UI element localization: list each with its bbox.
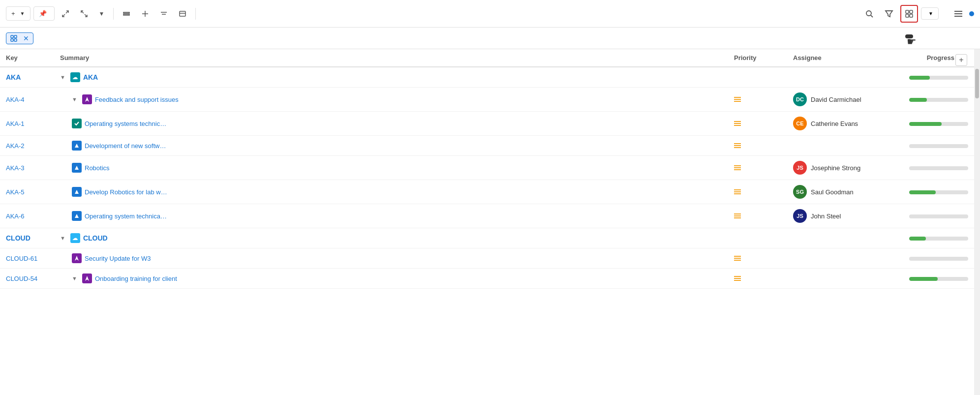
row-summary: ▼Feedback and support issues	[54, 88, 728, 112]
row-priority	[728, 204, 787, 228]
issue-type-icon	[72, 211, 82, 221]
row-progress	[895, 180, 974, 204]
table-row[interactable]: AKA-5Develop Robotics for lab w…SGSaul G…	[0, 180, 974, 204]
svg-marker-23	[85, 97, 89, 102]
notification-dot	[969, 11, 974, 16]
table-body: AKA▼☁AKAAKA-4▼Feedback and support issue…	[0, 67, 974, 289]
row-progress	[895, 204, 974, 228]
assignee-name: Catherine Evans	[811, 120, 858, 127]
table-head: Key Summary Priority Assignee Progress	[0, 49, 974, 67]
group-row[interactable]: CLOUD▼☁CLOUD	[0, 228, 974, 248]
row-key[interactable]: AKA-2	[0, 136, 54, 156]
filter-chip-by-project[interactable]: ✕	[6, 32, 33, 44]
row-priority	[728, 248, 787, 269]
row-key: AKA	[0, 67, 54, 88]
layout-button-3[interactable]	[156, 7, 172, 21]
filter-add-button[interactable]	[36, 31, 50, 45]
scrollbar-thumb[interactable]	[975, 69, 979, 98]
row-summary-text: CLOUD	[83, 234, 108, 242]
row-assignee	[787, 67, 895, 88]
group-row[interactable]: AKA▼☁AKA	[0, 67, 974, 88]
more-button[interactable]	[201, 11, 209, 17]
table-row[interactable]: AKA-4▼Feedback and support issuesDCDavid…	[0, 88, 974, 112]
priority-medium-icon	[734, 256, 781, 261]
table-row[interactable]: AKA-3RoboticsJSJosephine Strong	[0, 156, 974, 180]
row-key[interactable]: AKA-1	[0, 112, 54, 136]
filter-chip-close[interactable]: ✕	[23, 35, 29, 42]
svg-rect-18	[910, 14, 913, 17]
expand-button[interactable]	[58, 7, 73, 21]
chevron-down-button[interactable]: ▼	[95, 7, 109, 20]
row-progress	[895, 136, 974, 156]
collapse-arrow[interactable]: ▼	[72, 96, 77, 102]
bars-icon	[952, 9, 964, 19]
triage-button[interactable]	[942, 11, 949, 17]
row-key[interactable]: CLOUD-54	[0, 269, 54, 289]
row-assignee	[787, 136, 895, 156]
table-header-wrap: + Key Summary Priority Assignee Progress…	[0, 49, 974, 289]
svg-rect-4	[123, 12, 129, 13]
table-row[interactable]: CLOUD-54▼Onboarding training for client	[0, 269, 974, 289]
layout-button-2[interactable]	[137, 7, 153, 21]
row-assignee	[787, 228, 895, 248]
scrollbar-track[interactable]	[974, 49, 980, 395]
row-summary-text[interactable]: Onboarding training for client	[95, 275, 177, 282]
group-tooltip	[905, 34, 913, 38]
row-summary-text[interactable]: Feedback and support issues	[95, 96, 179, 103]
row-summary: Security Update for W3	[54, 248, 728, 269]
row-assignee: JSJosephine Strong	[787, 156, 895, 180]
issue-type-icon: ☁	[70, 72, 80, 82]
row-key[interactable]: CLOUD-61	[0, 248, 54, 269]
row-key[interactable]: AKA-4	[0, 88, 54, 112]
priority-medium-icon	[734, 189, 781, 194]
avatar: SG	[793, 185, 807, 199]
row-priority	[728, 156, 787, 180]
row-summary-text[interactable]: Operating system technica…	[85, 213, 167, 220]
add-chevron: ▼	[20, 11, 25, 16]
priority-medium-icon	[734, 143, 781, 148]
row-summary: Operating systems technic…	[54, 112, 728, 136]
layout-button-4[interactable]	[175, 7, 190, 21]
table-row[interactable]: AKA-2Development of new softw…	[0, 136, 974, 156]
issue-type-icon: ☁	[70, 233, 80, 243]
search-button[interactable]	[861, 6, 878, 21]
row-key[interactable]: AKA-3	[0, 156, 54, 180]
row-summary: ▼☁CLOUD	[54, 228, 728, 248]
table-row[interactable]: CLOUD-61Security Update for W3	[0, 248, 974, 269]
minimize-button[interactable]	[960, 31, 974, 45]
row-assignee: SGSaul Goodman	[787, 180, 895, 204]
layout-button-1[interactable]	[119, 7, 134, 21]
show-generators-button[interactable]: 📌	[33, 6, 55, 21]
row-summary: Development of new softw…	[54, 136, 728, 156]
row-summary-text[interactable]: Develop Robotics for lab w…	[85, 188, 167, 196]
saved-button[interactable]: ▼	[921, 7, 939, 20]
row-summary-text[interactable]: Development of new softw…	[85, 142, 166, 150]
row-summary: Develop Robotics for lab w…	[54, 180, 728, 204]
row-key[interactable]: AKA-6	[0, 204, 54, 228]
svg-rect-20	[14, 35, 17, 38]
group-button[interactable]	[900, 5, 918, 23]
row-summary-text[interactable]: Robotics	[85, 164, 110, 172]
filter-button[interactable]	[881, 6, 897, 21]
add-column-button[interactable]: +	[955, 54, 967, 66]
priority-medium-icon	[734, 276, 781, 281]
row-priority	[728, 180, 787, 204]
table-row[interactable]: AKA-6Operating system technica…JSJohn St…	[0, 204, 974, 228]
svg-marker-14	[886, 11, 892, 17]
row-key[interactable]: AKA-5	[0, 180, 54, 204]
collapse-arrow[interactable]: ▼	[72, 275, 77, 281]
row-assignee: JSJohn Steel	[787, 204, 895, 228]
add-button[interactable]: + ▼	[6, 6, 31, 21]
row-progress	[895, 269, 974, 289]
svg-marker-24	[75, 144, 79, 148]
col-priority: Priority	[728, 49, 787, 67]
row-summary-text[interactable]: Security Update for W3	[85, 255, 151, 262]
row-summary-text[interactable]: Operating systems technic…	[85, 120, 166, 127]
compress-button[interactable]	[76, 7, 92, 21]
collapse-arrow[interactable]: ▼	[60, 235, 65, 241]
table-row[interactable]: AKA-1Operating systems technic…CECatheri…	[0, 112, 974, 136]
svg-rect-22	[14, 39, 17, 41]
collapse-arrow[interactable]: ▼	[60, 74, 65, 80]
row-progress	[895, 248, 974, 269]
svg-rect-19	[11, 35, 13, 38]
